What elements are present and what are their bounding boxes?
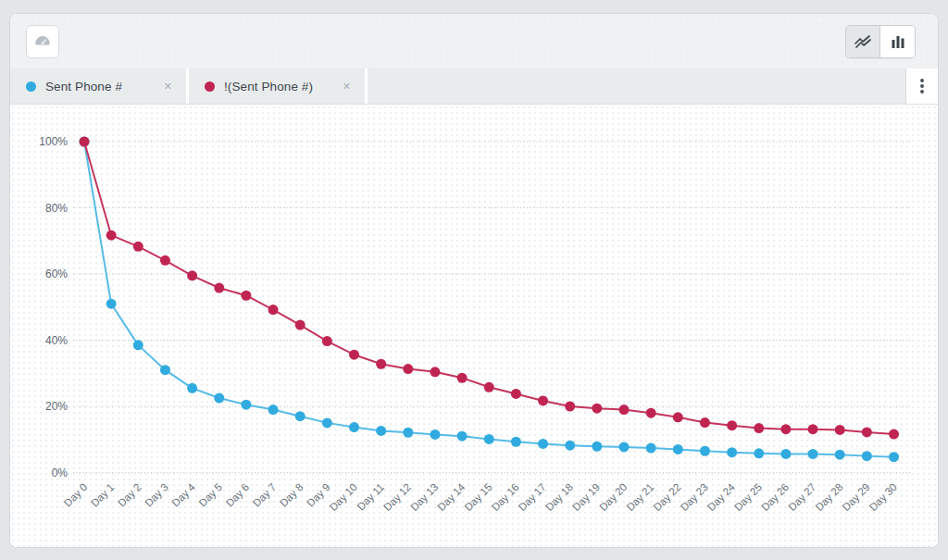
y-axis-tick-label: 0% (52, 467, 69, 479)
data-point[interactable] (835, 425, 845, 435)
line-chart-toggle-button[interactable] (846, 26, 880, 57)
data-point[interactable] (862, 451, 872, 461)
data-point[interactable] (484, 382, 494, 392)
series-line (84, 142, 894, 457)
data-point[interactable] (403, 364, 413, 374)
x-axis-tick-label: Day 28 (813, 481, 844, 513)
data-point[interactable] (214, 283, 224, 293)
data-point[interactable] (376, 359, 386, 369)
data-point[interactable] (565, 402, 575, 412)
data-point[interactable] (727, 447, 737, 457)
data-point[interactable] (646, 408, 656, 418)
close-icon[interactable]: ✕ (341, 79, 353, 94)
data-point[interactable] (592, 404, 602, 414)
data-point[interactable] (457, 431, 468, 442)
data-point[interactable] (754, 448, 764, 458)
x-axis-tick-label: Day 18 (543, 481, 575, 513)
data-point[interactable] (808, 449, 818, 459)
data-point[interactable] (754, 423, 764, 433)
x-axis-tick-label: Day 8 (278, 481, 306, 509)
series-color-dot (26, 81, 36, 92)
x-axis-tick-label: Day 14 (435, 481, 468, 514)
x-axis-tick-label: Day 10 (328, 481, 359, 513)
data-point[interactable] (780, 449, 791, 459)
x-axis-tick-label: Day 30 (867, 481, 899, 513)
data-point[interactable] (673, 412, 683, 422)
data-point[interactable] (322, 336, 332, 346)
data-point[interactable] (133, 242, 143, 252)
data-point[interactable] (727, 420, 737, 430)
dashboard-button[interactable] (26, 25, 59, 58)
data-point[interactable] (349, 422, 359, 432)
x-axis-tick-label: Day 7 (251, 481, 279, 509)
data-point[interactable] (268, 305, 279, 315)
chart-type-toggle (845, 25, 916, 58)
x-axis-tick-label: Day 17 (517, 481, 548, 513)
x-axis-tick-label: Day 2 (116, 481, 143, 509)
toolbar (10, 14, 938, 68)
data-point[interactable] (835, 450, 845, 460)
data-point[interactable] (673, 444, 683, 454)
data-point[interactable] (241, 291, 251, 301)
x-axis-tick-label: Day 0 (62, 481, 90, 509)
data-point[interactable] (241, 400, 251, 410)
data-point[interactable] (457, 373, 468, 383)
data-point[interactable] (187, 270, 197, 280)
x-axis-tick-label: Day 22 (651, 481, 682, 513)
x-axis-tick-label: Day 23 (679, 481, 710, 513)
data-point[interactable] (889, 452, 899, 462)
data-point[interactable] (511, 437, 521, 447)
tab-sent-phone[interactable]: Sent Phone # ✕ (10, 68, 186, 104)
data-point[interactable] (700, 446, 710, 456)
data-point[interactable] (133, 340, 143, 350)
data-point[interactable] (646, 443, 656, 454)
data-point[interactable] (376, 426, 386, 436)
data-point[interactable] (403, 428, 413, 438)
retention-chart[interactable]: 0%20%40%60%80%100%Day 0Day 1Day 2Day 3Da… (10, 105, 938, 547)
data-point[interactable] (160, 255, 170, 266)
data-point[interactable] (889, 429, 899, 440)
line-chart-icon (854, 34, 872, 49)
data-point[interactable] (538, 395, 548, 405)
x-axis-tick-label: Day 25 (732, 481, 764, 513)
data-point[interactable] (862, 427, 872, 437)
y-axis-tick-label: 80% (45, 202, 68, 215)
data-point[interactable] (349, 350, 359, 360)
x-axis-tick-label: Day 5 (196, 481, 224, 509)
data-point[interactable] (565, 441, 575, 451)
data-point[interactable] (430, 429, 440, 440)
data-point[interactable] (619, 442, 630, 452)
x-axis-tick-label: Day 16 (490, 481, 521, 513)
tab-not-sent-phone[interactable]: !(Sent Phone #) ✕ (189, 68, 365, 104)
data-point[interactable] (295, 320, 306, 330)
data-point[interactable] (295, 411, 306, 421)
data-point[interactable] (106, 299, 117, 309)
y-axis-tick-label: 100% (39, 135, 68, 148)
gauge-icon (32, 31, 53, 52)
data-point[interactable] (214, 393, 224, 404)
data-point[interactable] (619, 404, 630, 415)
data-point[interactable] (322, 417, 332, 428)
data-point[interactable] (808, 424, 818, 434)
data-point[interactable] (187, 383, 197, 393)
data-point[interactable] (80, 137, 90, 147)
kebab-menu-button[interactable] (905, 68, 938, 104)
data-point[interactable] (106, 230, 117, 241)
data-point[interactable] (430, 367, 440, 377)
kebab-menu-icon (913, 76, 931, 96)
data-point[interactable] (511, 389, 521, 399)
x-axis-tick-label: Day 21 (624, 481, 655, 513)
data-point[interactable] (268, 404, 279, 415)
close-icon[interactable]: ✕ (162, 79, 174, 94)
data-point[interactable] (484, 434, 494, 444)
x-axis-tick-label: Day 24 (705, 481, 738, 514)
data-point[interactable] (592, 442, 602, 452)
tab-label: !(Sent Phone #) (224, 80, 313, 93)
data-point[interactable] (160, 365, 170, 375)
data-point[interactable] (700, 417, 710, 428)
bar-chart-toggle-button[interactable] (880, 26, 915, 57)
data-point[interactable] (780, 424, 791, 434)
data-point[interactable] (538, 439, 548, 449)
x-axis-tick-label: Day 13 (408, 481, 440, 513)
x-axis-tick-label: Day 15 (462, 481, 493, 513)
